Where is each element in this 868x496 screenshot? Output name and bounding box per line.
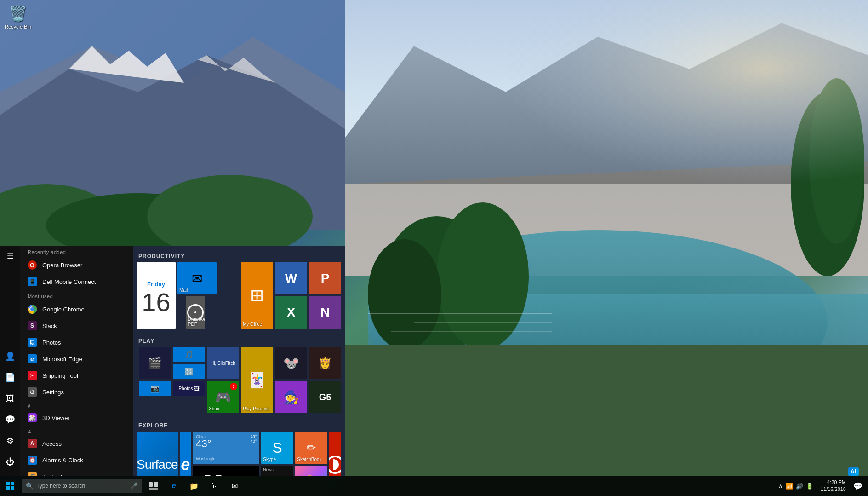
app-list-panel: Recently added O Opera Browser 📱 Dell Mo… xyxy=(20,246,133,476)
network-icon[interactable]: 📶 xyxy=(786,483,793,490)
mail-tile[interactable]: ✉ Mail xyxy=(177,262,217,294)
start-button[interactable] xyxy=(0,476,20,496)
groove-music-tile[interactable]: 🎵 xyxy=(173,347,205,362)
camera-tile[interactable]: 📷 xyxy=(139,381,171,396)
explore-tiles: Surface e Microsoft Edge Clear 43° xyxy=(137,432,341,476)
settings-sidebar-icon[interactable]: ⚙ xyxy=(0,431,20,451)
svg-rect-31 xyxy=(149,482,153,487)
search-icon: 🔍 xyxy=(26,482,34,490)
excel-tile[interactable]: X xyxy=(275,296,307,329)
onenote-icon: N xyxy=(309,296,341,329)
access-item[interactable]: A Access xyxy=(20,435,133,452)
play-tiles: Minecraft 🎬 🎵 🔢 xyxy=(137,347,341,413)
taskbar-apps: e 📁 🛍 ✉ xyxy=(143,476,245,496)
slippitch-tile[interactable]: Hi, SlipPitch xyxy=(207,347,239,379)
alarms-item[interactable]: ⏰ Alarms & Clock xyxy=(20,452,133,468)
movies-icon: 🎬 xyxy=(139,347,171,379)
play-pyramid-tile[interactable]: 🃏 Play Pyramid xyxy=(241,347,273,413)
photos-play-tile[interactable]: Photos 🖼 xyxy=(173,381,205,396)
drawboard-tile[interactable]: Drawboard PDF xyxy=(186,296,205,329)
media-tiles: 🎬 🎵 🔢 📷 xyxy=(139,347,205,413)
chrome-item[interactable]: Google Chrome xyxy=(20,301,133,317)
store-button[interactable]: 🛍 xyxy=(204,476,224,496)
notification-icon[interactable]: 💬 xyxy=(851,482,864,490)
paint3d-tile[interactable]: 🎨 Paint 3D xyxy=(295,466,327,476)
disney-tile[interactable]: 🐭 xyxy=(275,347,307,379)
power-icon[interactable]: ⏻ xyxy=(0,452,20,472)
g5-top-tile[interactable]: 👸 xyxy=(309,347,341,379)
svg-rect-23 xyxy=(345,0,868,230)
documents-icon[interactable]: 📄 xyxy=(0,367,20,387)
weather-tile[interactable]: Clear 43° 49°40° Washington,... xyxy=(193,432,259,464)
skype-tile[interactable]: S Skype xyxy=(261,432,293,464)
edge-item[interactable]: e Microsoft Edge xyxy=(20,351,133,367)
edge-explore-tile[interactable]: e Microsoft Edge xyxy=(180,432,192,476)
chat-icon[interactable]: 💬 xyxy=(0,409,20,430)
my-office-tile[interactable]: ⊞ My Office xyxy=(241,262,273,329)
play-section-label: Play xyxy=(137,334,341,347)
office-tiles: ⊞ My Office W xyxy=(241,262,341,329)
clock-date: 11/16/2018 xyxy=(821,486,846,493)
sketchbook-tile[interactable]: ✏ SketchBook xyxy=(295,432,327,464)
snipping-item[interactable]: ✂ Snipping Tool xyxy=(20,367,133,384)
3dviewer-label: 3D Viewer xyxy=(42,415,70,421)
explorer-button[interactable]: 📁 xyxy=(184,476,204,496)
volume-icon[interactable]: 🔊 xyxy=(796,483,803,490)
calculator-tile[interactable]: 🔢 xyxy=(173,364,205,379)
settings-item[interactable]: ⚙ Settings xyxy=(20,384,133,400)
skype-label: Skype xyxy=(263,457,276,462)
xbox-tile[interactable]: 🎮 1 Xbox xyxy=(207,381,239,413)
recycle-bin-icon[interactable]: 🗑️ Recycle Bin xyxy=(5,5,31,29)
recently-added-dell[interactable]: 📱 Dell Mobile Connect xyxy=(20,273,133,290)
audacity-item[interactable]: 🎵 Audacity xyxy=(20,468,133,476)
photos-icon: 🖼 xyxy=(28,338,37,347)
start-sidebar-icons: ☰ 👤 📄 🖼 💬 ⚙ ⏻ xyxy=(0,246,20,476)
powerpoint-tile[interactable]: P xyxy=(309,262,341,294)
search-input[interactable] xyxy=(36,483,124,489)
edge-taskbar-button[interactable]: e xyxy=(164,476,184,496)
pictures-icon[interactable]: 🖼 xyxy=(0,388,20,409)
g5-icon: G5 xyxy=(309,381,341,413)
weather-temp: 43° xyxy=(196,439,211,449)
taskbar-search[interactable]: 🔍 🎤 xyxy=(22,479,142,493)
recently-added-opera[interactable]: O Opera Browser xyxy=(20,257,133,273)
user-icon[interactable]: 👤 xyxy=(0,346,20,366)
opera-icon: O xyxy=(28,260,37,270)
movies-tile[interactable]: 🎬 xyxy=(139,347,171,379)
clock-display[interactable]: 4:20 PM 11/16/2018 xyxy=(817,479,850,493)
opera-large-tile[interactable]: Opera Browser xyxy=(329,432,341,476)
svg-rect-18 xyxy=(345,345,868,496)
photos-item[interactable]: 🖼 Photos xyxy=(20,334,133,351)
recycle-bin-label: Recycle Bin xyxy=(5,24,31,29)
news-header: News xyxy=(263,467,274,472)
small-tiles: 🎵 🔢 xyxy=(173,347,205,379)
news-sketch-row: News Abrams says she can't win Ga. race,… xyxy=(261,466,293,476)
3dviewer-item[interactable]: 🎲 3D Viewer xyxy=(20,409,133,426)
bubble-witch-tile[interactable]: 🧙 xyxy=(275,381,307,413)
minecraft-tile[interactable]: Minecraft xyxy=(137,347,137,379)
g5-top-icon: 👸 xyxy=(309,347,341,379)
hamburger-button[interactable]: ☰ xyxy=(0,246,20,266)
calendar-tile[interactable]: Friday 16 xyxy=(137,262,176,329)
g5-bottom-tile[interactable]: G5 xyxy=(309,381,341,413)
onenote-tile[interactable]: N xyxy=(309,296,341,329)
news-tile[interactable]: News Abrams says she can't win Ga. race,… xyxy=(261,466,293,476)
play-col2: Hi, SlipPitch 🎮 1 Xbox xyxy=(207,347,239,413)
my-office-label: My Office xyxy=(243,322,262,327)
dolby-tile[interactable]: DOLBY xyxy=(193,466,259,476)
drawboard-label: Drawboard PDF xyxy=(188,317,205,327)
slack-item[interactable]: S Slack xyxy=(20,317,133,334)
recycle-bin-graphic: 🗑️ xyxy=(9,5,27,22)
chevron-up-icon[interactable]: ∧ xyxy=(778,483,783,490)
xbox-label: Xbox xyxy=(209,406,219,411)
svg-point-8 xyxy=(147,175,313,258)
word-tile[interactable]: W xyxy=(275,262,307,294)
surface-tile[interactable]: Surface xyxy=(137,432,178,476)
edge-explore-icon: e xyxy=(180,432,192,476)
microphone-icon: 🎤 xyxy=(130,482,138,490)
svg-rect-32 xyxy=(154,482,158,487)
task-view-button[interactable] xyxy=(143,476,164,496)
mail-taskbar-button[interactable]: ✉ xyxy=(224,476,245,496)
svg-point-26 xyxy=(30,307,34,311)
tray-icons: ∧ 📶 🔊 🔋 xyxy=(777,483,815,490)
